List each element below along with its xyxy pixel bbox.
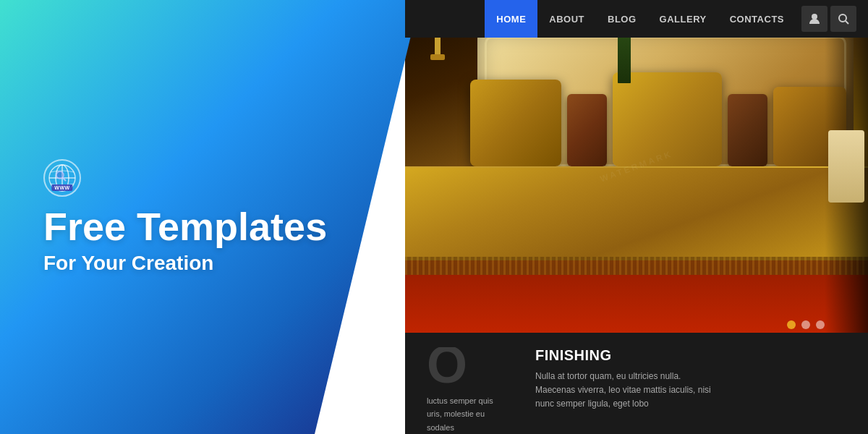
finishing-text: Nulla at tortor quam, eu ultricies nulla… (535, 370, 846, 412)
hero-image-panel: WATERMARK O luctus semper quis uris, mol… (405, 0, 868, 434)
nav-links: HOME ABOUT BLOG GALLERY CONTACTS (485, 0, 796, 38)
bottom-left-col: O luctus semper quis uris, molestie eu s… (427, 347, 506, 434)
hero-title: Free Templates (43, 205, 376, 248)
slider-dot-3[interactable] (816, 320, 825, 329)
slider-dot-1[interactable] (787, 320, 796, 329)
user-icon-button[interactable] (801, 6, 827, 32)
slider-dot-2[interactable] (801, 320, 810, 329)
search-icon-button[interactable] (830, 6, 856, 32)
svg-point-0 (812, 14, 817, 20)
partial-letter: O (427, 347, 506, 388)
finishing-title: FINISHING (535, 347, 846, 364)
www-icon-area: WWW (43, 159, 376, 197)
www-label: WWW (51, 184, 72, 191)
svg-point-1 (839, 14, 846, 22)
bottom-right-col: FINISHING Nulla at tortor quam, eu ultri… (535, 347, 846, 412)
search-icon (837, 12, 850, 25)
nav-item-home[interactable]: HOME (485, 0, 537, 38)
bedroom-image: WATERMARK (405, 0, 868, 333)
hero-subtitle: For Your Creation (43, 252, 376, 275)
svg-line-2 (846, 21, 848, 24)
nav-item-gallery[interactable]: GALLERY (648, 0, 718, 38)
slider-dots (787, 320, 825, 329)
bottom-section: O luctus semper quis uris, molestie eu s… (405, 333, 868, 434)
nav-item-blog[interactable]: BLOG (596, 0, 648, 38)
svg-point-7 (56, 171, 64, 179)
hero-left-panel: WWW Free Templates For Your Creation (0, 0, 420, 434)
bottom-left-text: luctus semper quis uris, molestie eu sod… (427, 394, 506, 434)
nav-icon-group (801, 6, 856, 32)
globe-icon-container: WWW (43, 159, 81, 197)
user-icon (808, 12, 821, 25)
navbar: HOME ABOUT BLOG GALLERY CONTACTS (405, 0, 868, 38)
nav-item-contacts[interactable]: CONTACTS (718, 0, 796, 38)
nav-item-about[interactable]: ABOUT (537, 0, 596, 38)
